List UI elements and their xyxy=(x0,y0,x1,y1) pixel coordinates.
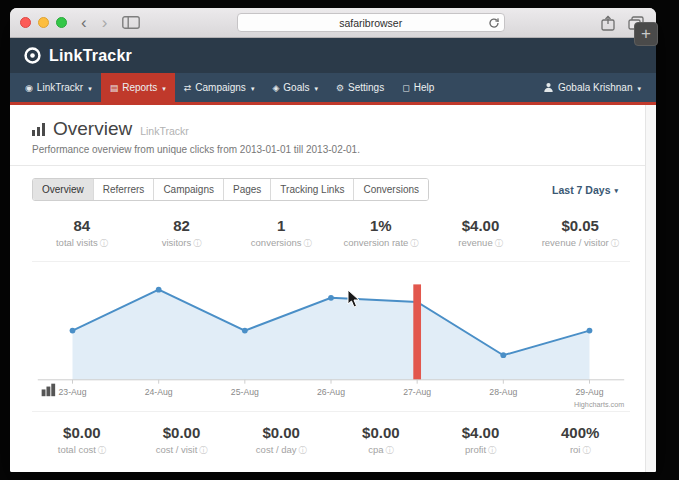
stat-value: $0.00 xyxy=(32,424,132,441)
scrollbar[interactable] xyxy=(645,105,656,472)
stat-value: 1 xyxy=(231,217,331,234)
caret-down-icon: ▾ xyxy=(88,85,92,93)
stat-value: $0.00 xyxy=(132,424,232,441)
stat-label: revenue / visitorⓘ xyxy=(530,237,630,249)
app-header: LinkTrackr xyxy=(10,38,656,73)
page-description: Performance overview from unique clicks … xyxy=(32,144,634,155)
goals-icon: ◈ xyxy=(272,83,279,93)
zoom-window-button[interactable] xyxy=(56,17,67,28)
back-button[interactable]: ‹ xyxy=(81,14,87,31)
tab-tracking-links[interactable]: Tracking Links xyxy=(271,179,354,200)
traffic-chart[interactable]: 23-Aug24-Aug25-Aug26-Aug27-Aug28-Aug29-A… xyxy=(32,266,630,411)
share-icon[interactable] xyxy=(601,15,615,31)
caret-down-icon: ▾ xyxy=(314,85,318,93)
svg-text:28-Aug: 28-Aug xyxy=(489,387,517,397)
stat-label: cost / visitⓘ xyxy=(132,444,232,456)
nav-item-campaigns[interactable]: ⇄Campaigns▾ xyxy=(175,73,264,102)
nav-item-reports[interactable]: ▤Reports▾ xyxy=(101,73,175,102)
info-icon[interactable]: ⓘ xyxy=(100,239,108,248)
info-icon[interactable]: ⓘ xyxy=(304,239,312,248)
date-range-label: Last 7 Days xyxy=(552,184,610,196)
stat-label: profitⓘ xyxy=(431,444,531,456)
info-icon[interactable]: ⓘ xyxy=(98,446,106,455)
nav-item-label: Settings xyxy=(348,82,384,93)
stat-value: $4.00 xyxy=(431,217,531,234)
caret-down-icon: ▾ xyxy=(637,85,641,93)
stat-visitors: 82visitorsⓘ xyxy=(132,217,232,249)
brand-title: LinkTrackr xyxy=(49,47,132,65)
chart-panel: 23-Aug24-Aug25-Aug26-Aug27-Aug28-Aug29-A… xyxy=(32,261,630,412)
refresh-icon[interactable] xyxy=(488,17,500,31)
plus-button[interactable]: + xyxy=(634,22,658,46)
caret-down-icon: ▾ xyxy=(251,85,255,93)
nav-item-label: Goals xyxy=(283,82,309,93)
report-toolbar: OverviewReferrersCampaignsPagesTracking … xyxy=(10,166,656,213)
info-icon[interactable]: ⓘ xyxy=(410,239,418,248)
info-icon[interactable]: ⓘ xyxy=(488,446,496,455)
tab-overview[interactable]: Overview xyxy=(33,179,94,200)
desktop-frame: + ‹ › safaribrowser xyxy=(0,0,679,480)
stat-label: cpaⓘ xyxy=(331,444,431,456)
info-icon[interactable]: ⓘ xyxy=(611,239,619,248)
browser-window: ‹ › safaribrowser xyxy=(10,8,656,472)
linktrackr-icon: ◉ xyxy=(25,83,33,93)
nav-item-label: LinkTrackr xyxy=(37,82,83,93)
stat-total-visits: 84total visitsⓘ xyxy=(32,217,132,249)
help-icon: ◻ xyxy=(402,83,409,93)
stat-cpa: $0.00cpaⓘ xyxy=(331,424,431,456)
info-icon[interactable]: ⓘ xyxy=(199,446,207,455)
tab-campaigns[interactable]: Campaigns xyxy=(154,179,224,200)
stat-value: $0.00 xyxy=(231,424,331,441)
date-range-dropdown[interactable]: Last 7 Days ▾ xyxy=(552,184,618,196)
info-icon[interactable]: ⓘ xyxy=(299,446,307,455)
stats-row-top: 84total visitsⓘ82visitorsⓘ1conversionsⓘ1… xyxy=(10,213,656,261)
stat-value: $0.00 xyxy=(331,424,431,441)
info-icon[interactable]: ⓘ xyxy=(386,446,394,455)
tab-pages[interactable]: Pages xyxy=(224,179,271,200)
stat-conversion-rate: 1%conversion rateⓘ xyxy=(331,217,431,249)
address-bar[interactable]: safaribrowser xyxy=(237,13,505,32)
stat-label: revenueⓘ xyxy=(431,237,531,249)
nav-item-goals[interactable]: ◈Goals▾ xyxy=(263,73,327,102)
nav-item-linktrackr[interactable]: ◉LinkTrackr▾ xyxy=(16,73,101,102)
stat-conversions: 1conversionsⓘ xyxy=(231,217,331,249)
info-icon[interactable]: ⓘ xyxy=(193,239,201,248)
nav-item-help[interactable]: ◻Help xyxy=(393,73,443,102)
main-navbar: ◉LinkTrackr▾▤Reports▾⇄Campaigns▾◈Goals▾⚙… xyxy=(10,73,656,105)
info-icon[interactable]: ⓘ xyxy=(495,239,503,248)
svg-text:Highcharts.com: Highcharts.com xyxy=(574,400,624,409)
nav-item-settings[interactable]: ⚙Settings xyxy=(327,73,393,102)
settings-icon: ⚙ xyxy=(336,83,344,93)
stat-value: 84 xyxy=(32,217,132,234)
stat-revenue-visitor: $0.05revenue / visitorⓘ xyxy=(530,217,630,249)
tab-conversions[interactable]: Conversions xyxy=(354,179,428,200)
nav-item-label: Help xyxy=(414,82,435,93)
reports-icon: ▤ xyxy=(110,83,119,93)
stat-cost-day: $0.00cost / dayⓘ xyxy=(231,424,331,456)
tab-referrers[interactable]: Referrers xyxy=(94,179,155,200)
stat-label: total costⓘ xyxy=(32,444,132,456)
caret-down-icon: ▾ xyxy=(614,187,618,195)
campaigns-icon: ⇄ xyxy=(184,83,192,93)
stat-label: roiⓘ xyxy=(530,444,630,456)
stat-value: 400% xyxy=(530,424,630,441)
forward-button[interactable]: › xyxy=(102,14,108,31)
info-icon[interactable]: ⓘ xyxy=(582,446,590,455)
bar-chart-icon xyxy=(32,123,45,136)
user-menu[interactable]: Gobala Krishnan ▾ xyxy=(534,73,650,102)
sidebar-toggle-icon[interactable] xyxy=(122,16,140,29)
stat-value: $0.05 xyxy=(530,217,630,234)
stats-row-bottom: $0.00total costⓘ$0.00cost / visitⓘ$0.00c… xyxy=(10,420,656,468)
page-content: Overview LinkTrackr Performance overview… xyxy=(10,105,656,472)
close-window-button[interactable] xyxy=(20,17,31,28)
svg-text:27-Aug: 27-Aug xyxy=(403,387,431,397)
user-icon xyxy=(543,82,554,93)
main-nav: ◉LinkTrackr▾▤Reports▾⇄Campaigns▾◈Goals▾⚙… xyxy=(16,73,443,102)
minimize-window-button[interactable] xyxy=(38,17,49,28)
stat-cost-visit: $0.00cost / visitⓘ xyxy=(132,424,232,456)
user-name: Gobala Krishnan xyxy=(558,82,633,93)
stat-label: conversionsⓘ xyxy=(231,237,331,249)
svg-text:25-Aug: 25-Aug xyxy=(231,387,259,397)
page-subtitle: LinkTrackr xyxy=(140,125,189,137)
page-header: Overview LinkTrackr Performance overview… xyxy=(10,105,656,166)
